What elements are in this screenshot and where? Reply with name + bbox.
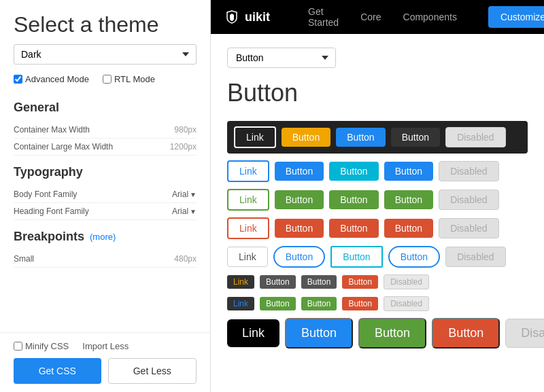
page-title: Select a theme	[14, 12, 197, 37]
btn-r1-disabled: Disabled	[445, 127, 505, 147]
import-less-link[interactable]: Import Less	[82, 341, 129, 351]
advanced-mode-label[interactable]: Advanced Mode	[14, 74, 89, 84]
left-panel: Select a theme Dark Default Almost Flat …	[0, 0, 211, 392]
advanced-mode-text: Advanced Mode	[25, 74, 89, 84]
btn-r2-teal[interactable]: Button	[329, 162, 378, 181]
btn-r3-green[interactable]: Button	[275, 190, 324, 209]
component-select-row: Button Form Grid Table Alert	[227, 48, 528, 68]
container-max-width-label: Container Max Width	[14, 125, 90, 135]
body-font-dropdown-icon[interactable]: ▼	[190, 191, 197, 198]
heading-font-dropdown-icon[interactable]: ▼	[190, 208, 197, 215]
btn-r8-disabled: Disabled	[505, 319, 544, 348]
get-css-button[interactable]: Get CSS	[14, 358, 101, 384]
container-max-width-row: Container Max Width 980px	[14, 122, 197, 139]
top-nav: Get Started Core Components	[297, 0, 468, 34]
nav-get-started[interactable]: Get Started	[297, 0, 350, 34]
button-row-7: Link Button Button Button Disabled	[227, 296, 528, 311]
btn-r4-red3[interactable]: Button	[384, 219, 433, 238]
nav-core[interactable]: Core	[350, 0, 392, 34]
content-area: Button Form Grid Table Alert Button Link…	[211, 34, 544, 392]
btn-r6-sm2[interactable]: Button	[301, 275, 337, 289]
title-area: Select a theme	[0, 0, 210, 44]
topbar: uikit Get Started Core Components Custom…	[211, 0, 544, 34]
button-row-8: Link Button Button Button Disabled	[227, 318, 528, 349]
theme-select[interactable]: Dark Default Almost Flat Gradient	[14, 44, 197, 65]
btn-r2-disabled: Disabled	[439, 161, 498, 181]
theme-select-row: Dark Default Almost Flat Gradient	[0, 44, 210, 71]
btn-r8-link[interactable]: Link	[227, 319, 279, 347]
footer-buttons: Get CSS Get Less	[14, 358, 197, 384]
small-breakpoint-value: 480px	[174, 254, 197, 264]
body-font-label: Body Font Family	[14, 190, 77, 199]
left-footer: Minify CSS Import Less Get CSS Get Less	[0, 332, 210, 392]
button-row-3: Link Button Button Button Disabled	[227, 189, 528, 211]
btn-r6-sm3[interactable]: Button	[342, 275, 378, 289]
container-large-max-width-label: Container Large Max Width	[14, 142, 113, 152]
btn-r4-link[interactable]: Link	[227, 217, 269, 239]
btn-r4-red[interactable]: Button	[275, 219, 324, 238]
body-font-value: Arial	[172, 190, 188, 199]
component-select[interactable]: Button Form Grid Table Alert	[227, 48, 336, 68]
btn-r5-disabled: Disabled	[445, 247, 505, 267]
btn-r1-black[interactable]: Button	[391, 128, 440, 147]
btn-r4-red2[interactable]: Button	[329, 219, 378, 238]
rtl-mode-checkbox[interactable]	[103, 75, 112, 84]
btn-r2-blue2[interactable]: Button	[384, 162, 433, 181]
btn-r3-green2[interactable]: Button	[329, 190, 378, 209]
advanced-mode-checkbox[interactable]	[14, 75, 22, 84]
mode-row: Advanced Mode RTL Mode	[0, 71, 210, 91]
btn-r7-disabled: Disabled	[384, 296, 429, 311]
btn-r7-sm2[interactable]: Button	[301, 297, 337, 310]
button-row-4: Link Button Button Button Disabled	[227, 217, 528, 239]
btn-r1-orange[interactable]: Button	[282, 128, 330, 147]
btn-r1-link[interactable]: Link	[234, 126, 276, 148]
btn-r3-disabled: Disabled	[439, 190, 498, 210]
breakpoints-more-link[interactable]: (more)	[90, 232, 116, 242]
nav-components[interactable]: Components	[392, 0, 468, 34]
button-row-6: Link Button Button Button Disabled	[227, 274, 528, 289]
button-row-2: Link Button Button Button Disabled	[227, 160, 528, 182]
button-showcase: Link Button Button Button Disabled Link …	[227, 121, 528, 349]
body-font-row: Body Font Family Arial ▼	[14, 186, 197, 203]
btn-r1-primary[interactable]: Button	[336, 128, 385, 147]
btn-r8-green[interactable]: Button	[358, 318, 426, 349]
right-panel: uikit Get Started Core Components Custom…	[211, 0, 544, 392]
rtl-mode-text: RTL Mode	[114, 74, 155, 84]
btn-r7-sm[interactable]: Button	[260, 297, 296, 310]
btn-r5-outline2[interactable]: Button	[330, 246, 382, 268]
container-max-width-value: 980px	[174, 125, 197, 135]
minify-css-text: Minify CSS	[25, 341, 69, 351]
rtl-mode-label[interactable]: RTL Mode	[103, 74, 155, 84]
btn-r8-red[interactable]: Button	[432, 318, 500, 349]
customizer-button[interactable]: Customizer	[488, 6, 544, 28]
btn-r7-link[interactable]: Link	[227, 297, 254, 310]
container-large-max-width-row: Container Large Max Width 1200px	[14, 139, 197, 156]
minify-css-label[interactable]: Minify CSS	[14, 341, 69, 351]
logo-text: uikit	[245, 10, 270, 24]
minify-css-checkbox[interactable]	[14, 342, 22, 351]
breakpoints-heading: Breakpoints (more)	[14, 230, 197, 244]
typography-heading: Typography	[14, 165, 197, 179]
button-row-5: Link Button Button Button Disabled	[227, 246, 528, 268]
btn-r3-green3[interactable]: Button	[384, 190, 433, 209]
component-title: Button	[227, 79, 528, 107]
btn-r6-link[interactable]: Link	[227, 275, 254, 289]
get-less-button[interactable]: Get Less	[108, 358, 197, 384]
btn-r7-sm3[interactable]: Button	[342, 297, 378, 310]
btn-r6-sm[interactable]: Button	[260, 275, 296, 289]
btn-r5-outline[interactable]: Button	[273, 246, 325, 268]
logo-icon	[224, 10, 239, 24]
left-scrollable: General Container Max Width 980px Contai…	[0, 91, 210, 332]
btn-r2-primary[interactable]: Button	[275, 162, 324, 181]
btn-r5-outline3[interactable]: Button	[388, 246, 440, 268]
btn-r5-link[interactable]: Link	[227, 247, 268, 267]
button-row-1: Link Button Button Button Disabled	[227, 121, 528, 154]
general-heading: General	[14, 101, 197, 115]
btn-r8-blue[interactable]: Button	[285, 318, 353, 349]
container-large-max-width-value: 1200px	[170, 142, 197, 152]
footer-options-row: Minify CSS Import Less	[14, 341, 197, 351]
btn-r2-link[interactable]: Link	[227, 160, 269, 182]
breakpoints-label: Breakpoints	[14, 230, 84, 244]
btn-r3-link[interactable]: Link	[227, 189, 269, 211]
btn-r6-disabled: Disabled	[384, 274, 429, 289]
